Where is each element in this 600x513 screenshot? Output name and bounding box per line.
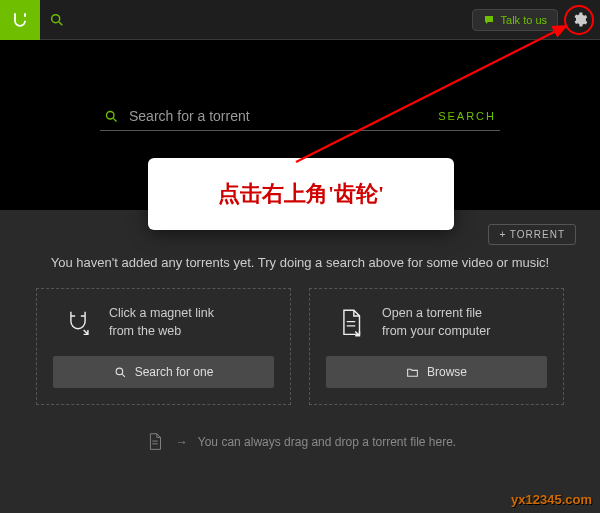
svg-point-1 bbox=[107, 111, 115, 119]
torrent-search-bar: Search for a torrent SEARCH bbox=[100, 102, 500, 131]
add-torrent-button[interactable]: + TORRENT bbox=[488, 224, 576, 245]
drag-drop-hint: → You can always drag and drop a torrent… bbox=[0, 431, 600, 453]
action-cards: Click a magnet link from the web Search … bbox=[0, 288, 600, 405]
search-for-one-button[interactable]: Search for one bbox=[53, 356, 274, 388]
instruction-tooltip: 点击右上角'齿轮' bbox=[148, 158, 454, 230]
search-button[interactable]: SEARCH bbox=[438, 110, 496, 122]
file-icon bbox=[334, 306, 368, 340]
button-label: Browse bbox=[427, 365, 467, 379]
card-line: from the web bbox=[109, 323, 214, 341]
drag-hint-text: You can always drag and drop a torrent f… bbox=[198, 435, 456, 449]
torrent-search-input[interactable]: Search for a torrent bbox=[129, 108, 438, 124]
browse-button[interactable]: Browse bbox=[326, 356, 547, 388]
magnet-card-text: Click a magnet link from the web bbox=[109, 305, 214, 340]
magnet-icon bbox=[61, 306, 95, 340]
topbar-search-button[interactable] bbox=[40, 0, 74, 40]
svg-point-3 bbox=[116, 368, 123, 375]
search-icon bbox=[49, 12, 65, 28]
file-drop-icon bbox=[144, 431, 166, 453]
talk-to-us-button[interactable]: Talk to us bbox=[472, 9, 558, 31]
folder-icon bbox=[406, 366, 419, 379]
card-line: Open a torrent file bbox=[382, 305, 490, 323]
search-icon bbox=[104, 109, 119, 124]
card-line: Click a magnet link bbox=[109, 305, 214, 323]
chat-icon bbox=[483, 14, 495, 26]
search-icon bbox=[114, 366, 127, 379]
file-card: Open a torrent file from your computer B… bbox=[309, 288, 564, 405]
talk-label: Talk to us bbox=[501, 14, 547, 26]
button-label: Search for one bbox=[135, 365, 214, 379]
card-line: from your computer bbox=[382, 323, 490, 341]
arrow-right-icon: → bbox=[176, 435, 188, 449]
settings-highlight bbox=[564, 5, 594, 35]
topbar-right: Talk to us bbox=[472, 5, 600, 35]
gear-icon[interactable] bbox=[571, 11, 588, 28]
magnet-card: Click a magnet link from the web Search … bbox=[36, 288, 291, 405]
tooltip-text: 点击右上角'齿轮' bbox=[218, 179, 384, 209]
empty-state-message: You haven't added any torrents yet. Try … bbox=[0, 249, 600, 288]
utorrent-icon bbox=[10, 10, 30, 30]
file-card-text: Open a torrent file from your computer bbox=[382, 305, 490, 340]
svg-point-0 bbox=[52, 14, 60, 22]
app-logo[interactable] bbox=[0, 0, 40, 40]
topbar: Talk to us bbox=[0, 0, 600, 40]
watermark: yx12345.com bbox=[511, 492, 592, 507]
